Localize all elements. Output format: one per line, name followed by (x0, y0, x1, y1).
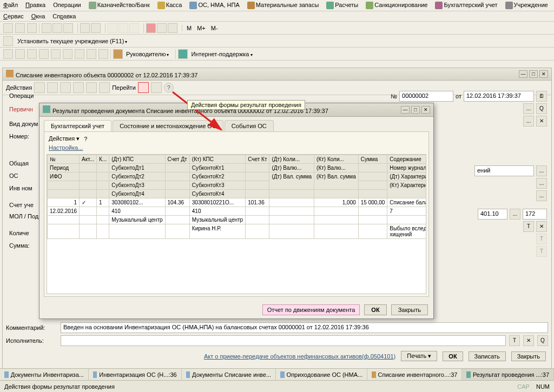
minimize-button[interactable]: — (519, 70, 527, 78)
hdr-subdt3[interactable]: СубконтоДт3 (109, 181, 165, 190)
menu-sanction[interactable]: Санкционирование (366, 2, 427, 9)
menu-cash[interactable]: Касса (157, 2, 182, 9)
modal-help-icon[interactable]: ? (84, 136, 87, 142)
tb-t3-icon[interactable] (27, 49, 37, 59)
result-button[interactable] (138, 82, 149, 93)
modal-close-btn[interactable]: Закрыть (391, 304, 428, 315)
main-menu-row2[interactable]: Сервис Окна Справка (0, 11, 554, 22)
r1-q-icon[interactable]: Q (536, 103, 547, 114)
tb-t1-icon[interactable] (3, 49, 13, 59)
modal-max-button[interactable]: □ (411, 106, 420, 114)
act-link[interactable]: Акт о приеме-передаче объектов нефинансо… (204, 353, 395, 360)
menu-calc[interactable]: Расчеты (326, 2, 358, 9)
grid-row-2[interactable]: 12.02.2016 410 410 7 (48, 207, 427, 216)
hdr-akt[interactable]: Акт... (80, 155, 97, 164)
hdr-dtval[interactable]: (Дт) Валю... (269, 164, 314, 172)
acct-more-icon[interactable]: ... (510, 209, 520, 220)
wtab-2[interactable]: Документы Списание инве... (182, 369, 276, 380)
maximize-button[interactable]: □ (529, 70, 538, 78)
role-dropdown[interactable]: Руководителю (124, 51, 171, 57)
hdr-dtkps[interactable]: (Дт) КПС (109, 155, 165, 164)
tb-t2-icon[interactable] (15, 49, 25, 59)
c3-more-icon[interactable]: ... (536, 190, 547, 201)
menu-os[interactable]: ОС, НМА, НПА (189, 2, 239, 9)
tb-cal-icon[interactable] (146, 23, 156, 33)
changes-field[interactable]: ений (474, 165, 534, 176)
hdr-ktkps[interactable]: (Кт) КПС (189, 155, 245, 164)
doc-date-field[interactable]: 12.02.2016 17:39:37 (464, 91, 534, 102)
comment-field[interactable]: Введен на основании Инвентаризация ОС (Н… (61, 322, 548, 333)
hdr-journal[interactable]: Номер журнала (387, 164, 426, 172)
hdr-subdt1[interactable]: СубконтоДт1 (109, 164, 165, 172)
globe-icon[interactable] (178, 49, 188, 59)
tb-t7-icon[interactable] (75, 49, 84, 59)
hdr-n[interactable]: № (48, 155, 80, 164)
goto-dropdown[interactable]: Перейти (112, 84, 136, 91)
hdr-dtchar[interactable]: (Дт) Характеристи... (387, 172, 426, 181)
exec-q-icon[interactable]: Q (537, 335, 548, 346)
t2-icon[interactable]: T (536, 234, 547, 244)
r2-more-icon[interactable]: ... (523, 116, 534, 127)
hdr-dtqty[interactable]: (Дт) Коли... (269, 155, 314, 164)
tb-inst-icon[interactable] (3, 36, 13, 46)
hdr-subkt1[interactable]: СубконтоКт1 (189, 164, 245, 172)
main-menu[interactable]: ФФайлайл Правка Операции Казначейство/Ба… (0, 0, 554, 11)
menu-operations[interactable]: Операции (53, 2, 81, 9)
menu-accounting[interactable]: Бухгалтерский учет (435, 2, 497, 9)
tb-undo-icon[interactable] (91, 23, 101, 33)
x1-icon[interactable]: ✕ (536, 221, 547, 232)
postings-grid[interactable]: № Акт... К... (Дт) КПС Счет Дт (Кт) КПС … (47, 154, 426, 294)
acct2-field[interactable]: 172 (523, 209, 547, 220)
modal-ok-button[interactable]: ОК (364, 304, 386, 315)
tb-31-icon[interactable] (157, 23, 167, 33)
menu-file[interactable]: ФФайлайл (3, 2, 18, 9)
ok-button[interactable]: ОК (443, 351, 463, 361)
menu-treasury[interactable]: Казначейство/Банк (89, 2, 150, 9)
hdr-subkt2[interactable]: СубконтоКт2 (189, 172, 245, 181)
exec-x-icon[interactable]: ✕ (523, 335, 534, 346)
menu-service[interactable]: Сервис (3, 13, 24, 19)
tb-save-icon[interactable] (27, 23, 37, 33)
wtab-4[interactable]: Списание инвентарного...:37 (367, 369, 462, 380)
wtab-0[interactable]: Документы Инвентариза... (0, 369, 89, 380)
dt-4-icon[interactable] (73, 82, 84, 93)
hdr-ifo[interactable]: ИФО (48, 172, 80, 181)
dt-8-icon[interactable] (151, 82, 162, 93)
wtab-5[interactable]: Результат проведения ...:37 (462, 369, 554, 380)
tb-t5-icon[interactable] (51, 49, 61, 59)
menu-windows[interactable]: Окна (31, 13, 45, 19)
tb-paste-icon[interactable] (63, 23, 73, 33)
tb-t9-icon[interactable] (98, 49, 108, 59)
dt-3-icon[interactable] (60, 82, 71, 93)
tb-t4-icon[interactable] (39, 49, 49, 59)
c1-more-icon[interactable]: ... (536, 165, 547, 176)
wtab-3[interactable]: Оприходование ОС (НМА... (276, 369, 367, 380)
hdr-sum[interactable]: Сумма (358, 155, 387, 164)
print-button[interactable]: Печать ▾ (401, 351, 437, 361)
hdr-k[interactable]: К... (97, 155, 109, 164)
hdr-content[interactable]: Содержание (387, 155, 426, 164)
hdr-dtvs[interactable]: (Дт) Вал. сумма (269, 172, 314, 190)
support-dropdown[interactable]: Интернет-поддержка (189, 51, 254, 57)
modal-close-button[interactable]: ✕ (421, 106, 430, 114)
tb-cut-icon[interactable] (42, 23, 51, 33)
tb-t6-icon[interactable] (63, 49, 72, 59)
r2-x-icon[interactable]: ✕ (536, 116, 547, 127)
wtab-1[interactable]: Инвентаризация ОС (Н...:36 (89, 369, 182, 380)
menu-materials[interactable]: Материальные запасы (247, 2, 319, 9)
grid-row-3[interactable]: Музыкальный центр Музыкальный центр (48, 216, 427, 224)
hdr-subkt4[interactable]: СубконтоКт4 (189, 190, 245, 198)
acct-field[interactable]: 401.10 (478, 209, 507, 220)
tb-open-icon[interactable] (15, 23, 25, 33)
tb-t8-icon[interactable] (87, 49, 96, 59)
hdr-ktval[interactable]: (Кт) Валю... (314, 164, 359, 172)
dt-5-icon[interactable] (86, 82, 97, 93)
hdr-period[interactable]: Период (48, 164, 80, 172)
grid-row[interactable]: 1 ✓ 1 303080102... 104.36 30308010221О..… (48, 198, 427, 207)
user-icon[interactable] (113, 49, 123, 59)
modal-min-button[interactable]: — (401, 106, 410, 114)
exec-t-icon[interactable]: T (509, 335, 520, 346)
close-button[interactable]: ✕ (539, 70, 548, 78)
hdr-ktvs[interactable]: (Кт) Вал. сумма (314, 172, 359, 190)
hdr-ktchar[interactable]: (Кт) Характеристика движения по ... (387, 181, 426, 198)
